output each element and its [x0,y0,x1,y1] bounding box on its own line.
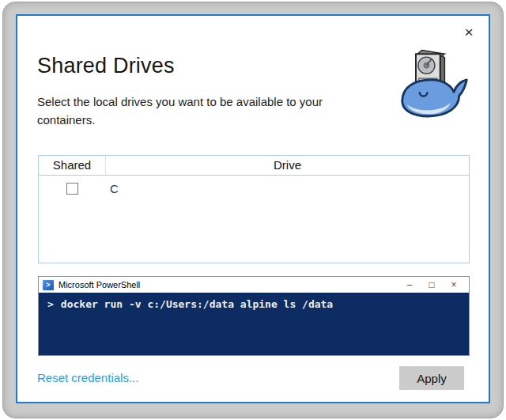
screenshot-canvas: × Shared Drives Select the local drives … [0,0,506,420]
drive-name-cell: C [106,182,119,195]
console-command: docker run -v c:/Users:/data alpine ls /… [61,298,333,310]
apply-button[interactable]: Apply [399,366,464,390]
shared-cell [39,183,106,195]
table-row: C [39,176,469,201]
powershell-console: >docker run -v c:/Users:/data alpine ls … [39,293,469,355]
powershell-title: Microsoft PowerShell [59,280,140,289]
drive-c-checkbox[interactable] [66,183,78,195]
maximize-icon: □ [421,278,443,292]
page-subtitle: Select the local drives you want to be a… [37,93,344,129]
minimize-icon: – [398,278,421,292]
powershell-titlebar: > Microsoft PowerShell – □ × [39,277,469,293]
powershell-icon: > [43,280,54,290]
docker-whale-icon [396,47,472,128]
shared-drives-table: Shared Drive C [38,155,470,263]
shared-drives-dialog: × Shared Drives Select the local drives … [16,14,490,403]
close-icon[interactable]: × [460,24,478,41]
page-title: Shared Drives [37,54,175,78]
console-prompt: > [47,298,54,310]
table-header: Shared Drive [39,156,469,176]
column-header-drive: Drive [106,156,469,175]
powershell-screenshot: > Microsoft PowerShell – □ × >docker run… [38,276,470,356]
reset-credentials-link[interactable]: Reset credentials... [37,371,138,384]
close-icon: × [443,278,465,292]
column-header-shared: Shared [39,156,106,175]
powershell-window-controls: – □ × [398,278,465,292]
